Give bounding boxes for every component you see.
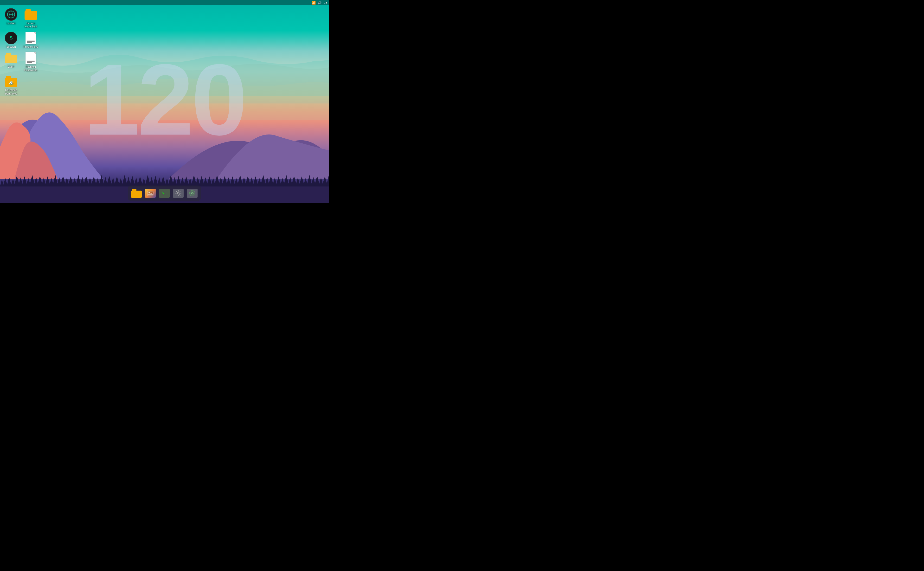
taskbar: >_ ♻ xyxy=(128,185,201,201)
service-node-folder xyxy=(25,9,37,20)
folder-body xyxy=(25,11,37,20)
wip-folder-body xyxy=(5,55,17,63)
wip-icon[interactable]: W.I.P xyxy=(2,51,20,69)
doc-line-1 xyxy=(27,40,35,40)
lokinet-icon[interactable]: LokiNet xyxy=(2,7,20,26)
icon-row-1: LokiNet Service Node Stuff xyxy=(2,7,40,29)
plaintext-doc-lines xyxy=(27,60,35,63)
plaintext-passwords-icon-image xyxy=(25,52,37,64)
christmas-folder-emoji: 🏔️ xyxy=(8,80,14,85)
christmas-party-pics-icon[interactable]: 🏔️ Christmas Party Pics xyxy=(2,74,20,96)
icon-row-2: S Session xyxy=(2,31,40,49)
wip-icon-image xyxy=(5,52,17,64)
lokinet-svg xyxy=(7,10,15,19)
christmas-folder-container: 🏔️ xyxy=(5,76,17,86)
service-node-icon-image xyxy=(25,8,37,21)
private-keys-icon-image xyxy=(25,32,37,44)
lokinet-label: LokiNet xyxy=(6,22,15,25)
plaintext-passwords-doc xyxy=(26,52,36,64)
menubar: 📶 🔊 ⏻ xyxy=(0,0,329,5)
taskbar-photo-icon xyxy=(145,189,156,198)
doc-corner xyxy=(33,32,36,35)
lokinet-icon-image xyxy=(5,8,17,21)
doc-lines xyxy=(27,40,35,43)
power-icon[interactable]: ⏻ xyxy=(323,1,327,5)
taskbar-folder-container xyxy=(131,189,142,198)
taskbar-trash-icon: ♻ xyxy=(187,189,197,198)
gear-icon-svg xyxy=(175,190,182,197)
session-icon[interactable]: S Session xyxy=(2,31,20,49)
taskbar-photos-button[interactable] xyxy=(144,187,157,199)
taskbar-terminal-button[interactable]: >_ xyxy=(158,187,171,199)
private-keys-icon[interactable]: Private Keys xyxy=(22,31,40,49)
christmas-folder-body: 🏔️ xyxy=(5,78,17,86)
session-svg: S xyxy=(7,34,15,42)
desktop-icons: LokiNet Service Node Stuff xyxy=(2,7,40,96)
private-keys-doc xyxy=(26,32,36,44)
plaintext-passwords-label: Plaintext Passwords xyxy=(23,65,39,72)
svg-point-93 xyxy=(177,192,179,194)
wifi-icon: 📶 xyxy=(312,1,316,5)
plaintext-passwords-icon[interactable]: Plaintext Passwords xyxy=(22,51,40,73)
icon-row-4: 🏔️ Christmas Party Pics xyxy=(2,74,40,96)
session-label: Session xyxy=(6,45,15,48)
christmas-party-pics-label: Christmas Party Pics xyxy=(3,88,19,95)
wip-folder xyxy=(5,53,17,63)
christmas-party-pics-image: 🏔️ xyxy=(5,75,17,88)
plaintext-doc-line-3 xyxy=(27,62,32,63)
menubar-icons: 📶 🔊 ⏻ xyxy=(312,1,327,5)
trash-icon-svg: ♻ xyxy=(189,190,196,197)
service-node-stuff-icon[interactable]: Service Node Stuff xyxy=(22,7,40,29)
doc-line-2 xyxy=(27,41,35,42)
service-node-label: Service Node Stuff xyxy=(23,22,39,28)
svg-point-92 xyxy=(148,192,150,193)
taskbar-folder-body xyxy=(131,191,142,198)
session-icon-image: S xyxy=(5,32,17,44)
background-sky xyxy=(0,0,329,203)
plaintext-doc-corner xyxy=(33,52,36,55)
wip-label: W.I.P xyxy=(8,65,14,68)
private-keys-label: Private Keys xyxy=(23,45,38,48)
plaintext-doc-line-1 xyxy=(27,60,35,60)
icon-row-3: W.I.P Plaintext Passwords xyxy=(2,51,40,73)
taskbar-settings-icon xyxy=(173,189,184,198)
svg-text:S: S xyxy=(9,35,12,40)
taskbar-terminal-icon: >_ xyxy=(159,189,170,198)
taskbar-settings-button[interactable] xyxy=(172,187,185,199)
taskbar-files-button[interactable] xyxy=(130,187,143,199)
plaintext-doc-line-2 xyxy=(27,61,35,62)
volume-icon: 🔊 xyxy=(318,1,321,5)
desktop: 120 📶 🔊 ⏻ xyxy=(0,0,329,203)
svg-rect-91 xyxy=(148,191,153,196)
session-circle: S xyxy=(5,32,17,44)
doc-line-3 xyxy=(27,42,32,43)
photo-icon-svg xyxy=(147,190,154,197)
taskbar-trash-button[interactable]: ♻ xyxy=(186,187,199,199)
lokinet-circle xyxy=(5,8,17,21)
svg-text:♻: ♻ xyxy=(191,191,194,195)
